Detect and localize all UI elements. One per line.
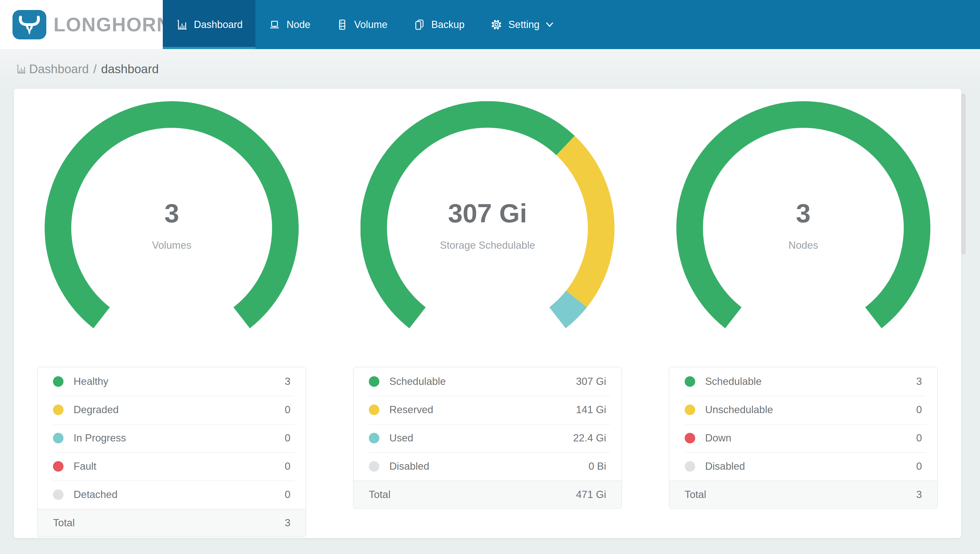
total-label: Total [53, 517, 75, 529]
nodes-count: 3 [676, 198, 931, 228]
storage-schedulable-label: Storage Schedulable [361, 240, 614, 251]
nav-item-volume[interactable]: Volume [323, 0, 400, 49]
volume-icon [336, 18, 348, 31]
legend-label: Down [705, 432, 732, 444]
legend-row: Fault0 [38, 452, 305, 481]
status-dot-icon [369, 433, 379, 443]
legend-label: Unschedulable [705, 404, 773, 416]
legend-row: Reserved141 Gi [353, 396, 622, 424]
status-dot-icon [685, 376, 695, 387]
top-nav: LONGHORN Dashboard Node Volume [0, 0, 980, 49]
brand-logo[interactable]: LONGHORN [0, 0, 163, 49]
nodes-label: Nodes [676, 240, 931, 251]
status-dot-icon [369, 376, 379, 387]
status-dot-icon [53, 461, 64, 472]
nodes-total-row: Total 3 [670, 481, 937, 508]
status-dot-icon [685, 461, 695, 472]
legend-row: Detached0 [38, 481, 305, 509]
brand-name: LONGHORN [54, 14, 171, 36]
legend-label: Reserved [389, 404, 433, 416]
volumes-gauge-center: 3 Volumes [45, 198, 299, 251]
bull-icon [17, 14, 42, 36]
legend-value: 0 [916, 460, 922, 472]
breadcrumb-root-link[interactable]: Dashboard [15, 62, 89, 76]
legend-row: Disabled0 Bi [353, 452, 622, 481]
chevron-down-icon [546, 22, 554, 27]
legend-label: Fault [73, 460, 96, 472]
nav-item-dashboard[interactable]: Dashboard [163, 0, 255, 49]
storage-panel: 307 Gi Storage Schedulable Schedulable30… [330, 101, 646, 538]
total-value: 3 [285, 517, 291, 529]
volumes-panel: 3 Volumes Healthy3Degraded0In Progress0F… [14, 101, 330, 538]
storage-gauge: 307 Gi Storage Schedulable [361, 101, 614, 337]
total-value: 3 [916, 489, 922, 500]
legend-label: Schedulable [389, 376, 446, 387]
legend-value: 0 [916, 404, 922, 416]
status-dot-icon [685, 404, 695, 415]
dashboard-icon [175, 18, 188, 31]
nav-item-label: Setting [508, 19, 539, 30]
vertical-scrollbar-thumb[interactable] [961, 94, 966, 255]
legend-label: Disabled [389, 460, 429, 472]
node-icon [268, 18, 281, 31]
nodes-gauge-center: 3 Nodes [676, 198, 931, 251]
breadcrumb-current: dashboard [101, 62, 159, 76]
legend-value: 0 [285, 460, 291, 472]
legend-row: Degraded0 [38, 396, 305, 424]
main-nav: Dashboard Node Volume Backup [163, 0, 980, 49]
legend-label: Schedulable [705, 376, 762, 387]
legend-row: Down0 [670, 424, 937, 452]
breadcrumb-separator: / [93, 62, 97, 76]
nodes-legend-table: Schedulable3Unschedulable0Down0Disabled0… [669, 367, 938, 509]
volumes-total-row: Total 3 [38, 509, 305, 536]
nav-item-node[interactable]: Node [255, 0, 323, 49]
legend-value: 0 [916, 432, 922, 444]
legend-row: Schedulable3 [670, 368, 937, 396]
legend-row: Used22.4 Gi [353, 424, 622, 452]
dashboard-card: 3 Volumes Healthy3Degraded0In Progress0F… [14, 89, 961, 538]
backup-icon [413, 18, 426, 31]
nodes-panel: 3 Nodes Schedulable3Unschedulable0Down0D… [645, 101, 961, 538]
legend-value: 0 [285, 489, 291, 500]
legend-value: 307 Gi [576, 376, 606, 387]
total-value: 471 Gi [576, 489, 606, 500]
status-dot-icon [685, 433, 695, 443]
breadcrumb: Dashboard / dashboard [0, 49, 980, 89]
breadcrumb-root-label: Dashboard [29, 62, 89, 76]
storage-total-row: Total 471 Gi [353, 481, 622, 508]
legend-row: In Progress0 [38, 424, 305, 452]
legend-value: 0 Bi [589, 460, 606, 472]
storage-legend-table: Schedulable307 GiReserved141 GiUsed22.4 … [353, 367, 622, 509]
gear-icon [490, 18, 503, 31]
status-dot-icon [53, 433, 64, 443]
status-dot-icon [53, 376, 64, 387]
total-label: Total [369, 489, 390, 500]
legend-row: Healthy3 [38, 368, 305, 396]
legend-label: In Progress [73, 432, 126, 444]
status-dot-icon [369, 404, 379, 415]
nodes-gauge: 3 Nodes [676, 101, 931, 337]
gauge-segment [557, 299, 576, 318]
legend-row: Unschedulable0 [670, 396, 937, 424]
volumes-legend-table: Healthy3Degraded0In Progress0Fault0Detac… [37, 367, 306, 537]
legend-row: Schedulable307 Gi [353, 368, 622, 396]
legend-row: Disabled0 [670, 452, 937, 481]
nav-item-setting[interactable]: Setting [477, 0, 566, 49]
legend-value: 141 Gi [576, 404, 606, 416]
nav-item-label: Dashboard [194, 19, 243, 30]
legend-value: 0 [285, 404, 291, 416]
nav-item-backup[interactable]: Backup [400, 0, 477, 49]
legend-value: 3 [285, 376, 291, 387]
storage-gauge-center: 307 Gi Storage Schedulable [361, 198, 614, 251]
status-dot-icon [53, 404, 64, 415]
total-label: Total [685, 489, 706, 500]
volumes-label: Volumes [45, 240, 299, 251]
nav-item-label: Volume [354, 19, 387, 30]
volumes-gauge: 3 Volumes [45, 101, 299, 337]
status-dot-icon [369, 461, 379, 472]
legend-label: Detached [73, 489, 117, 500]
legend-label: Degraded [73, 404, 119, 416]
legend-value: 22.4 Gi [573, 432, 606, 444]
dashboard-icon [15, 63, 27, 75]
legend-label: Used [389, 432, 413, 444]
